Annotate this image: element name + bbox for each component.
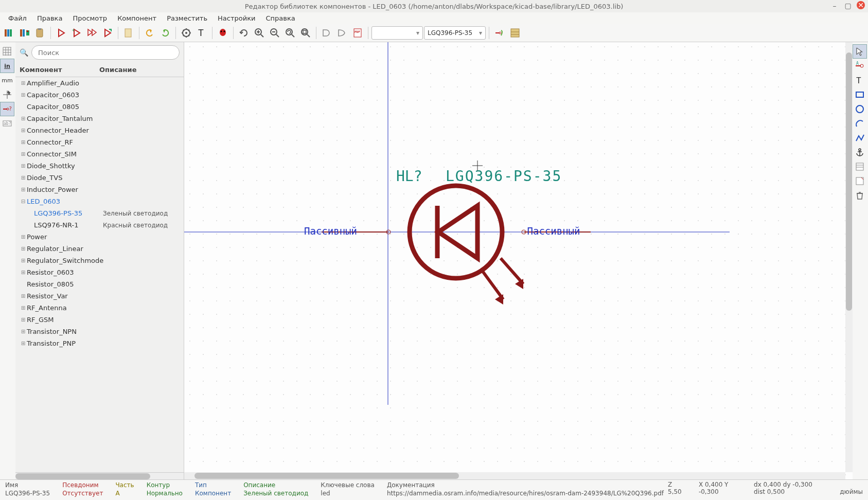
paste-icon[interactable] — [33, 26, 47, 40]
menu-help[interactable]: Справка — [261, 13, 300, 23]
menu-edit[interactable]: Правка — [32, 13, 67, 23]
zoom-in-icon[interactable] — [252, 26, 267, 40]
minimize-button[interactable]: – — [830, 1, 839, 10]
menu-settings[interactable]: Настройки — [212, 13, 260, 23]
play-icon[interactable] — [54, 26, 68, 40]
add-text-icon[interactable]: T — [853, 73, 867, 87]
demorgan-std-icon[interactable] — [320, 26, 334, 40]
expand-icon[interactable]: ⊞ — [20, 293, 27, 299]
tree-item[interactable]: ⊞Capacitor_Tantalum — [15, 113, 184, 124]
expand-icon[interactable]: ⊞ — [20, 329, 27, 334]
tree-item[interactable]: ⊞Resistor_Var — [15, 290, 184, 302]
tree-item[interactable]: ⊞Amplifier_Audio — [15, 77, 184, 89]
import-graphics-icon[interactable] — [853, 159, 867, 174]
derive-component-icon[interactable] — [85, 26, 99, 40]
rotate-icon[interactable] — [237, 26, 251, 40]
schematic-canvas[interactable]: Пассивный Пассивный HL? LGQ396-PS-35 — [184, 42, 853, 479]
cursor-shape-icon[interactable] — [0, 87, 14, 102]
tree-col-name[interactable]: Компонент — [20, 66, 99, 74]
tree-item[interactable]: ⊞Regulator_Linear — [15, 243, 184, 255]
tree-item[interactable]: ⊞Connector_SIM — [15, 148, 184, 160]
pin-number-icon[interactable] — [508, 26, 522, 40]
text-icon[interactable]: T — [194, 26, 209, 40]
expand-icon[interactable]: ⊞ — [20, 187, 27, 192]
scrollbar-thumb[interactable] — [194, 473, 459, 479]
part-select[interactable] — [371, 26, 423, 40]
tree-item[interactable]: Resistor_0805 — [15, 278, 184, 290]
library-save-icon[interactable] — [17, 26, 32, 40]
add-polyline-icon[interactable] — [853, 131, 867, 145]
expand-icon[interactable]: ⊞ — [20, 305, 27, 311]
tree-body[interactable]: ⊞Amplifier_Audio⊞Capacitor_0603Capacitor… — [15, 77, 184, 472]
select-tool-icon[interactable] — [853, 44, 867, 59]
tree-item-child[interactable]: LSQ976-NR-1Красный светодиод — [15, 219, 184, 231]
canvas-area[interactable]: Пассивный Пассивный HL? LGQ396-PS-35 — [184, 42, 853, 479]
tree-item[interactable]: ⊞RF_GSM — [15, 314, 184, 326]
grid-icon[interactable] — [0, 44, 14, 59]
units-mm-button[interactable]: mm — [0, 73, 14, 87]
expand-icon[interactable]: ⊞ — [20, 234, 27, 240]
expand-icon[interactable]: ⊞ — [20, 246, 27, 252]
expand-icon[interactable]: ⊞ — [20, 92, 27, 98]
maximize-button[interactable]: ▢ — [843, 1, 853, 10]
tree-item[interactable]: ⊟LED_0603 — [15, 195, 184, 207]
show-pin-type-icon[interactable]: ? — [0, 102, 14, 116]
expand-icon[interactable]: ⊞ — [20, 163, 27, 169]
tree-item-child[interactable]: LGQ396-PS-35Зеленый светодиод — [15, 207, 184, 219]
component-value[interactable]: LGQ396-PS-35 — [446, 168, 562, 185]
menu-place[interactable]: Разместить — [162, 13, 212, 23]
tree-item[interactable]: ⊞Resistor_0603 — [15, 266, 184, 278]
add-circle-icon[interactable] — [853, 102, 867, 116]
properties-icon[interactable] — [179, 26, 193, 40]
undo-icon[interactable] — [143, 26, 157, 40]
add-pin-icon[interactable]: A — [853, 59, 867, 73]
expand-icon[interactable]: ⊞ — [20, 116, 27, 121]
tree-item[interactable]: Capacitor_0805 — [15, 101, 184, 113]
add-rect-icon[interactable] — [853, 87, 867, 102]
expand-icon[interactable]: ⊞ — [20, 317, 27, 323]
new-component-icon[interactable]: + — [69, 26, 84, 40]
tree-item[interactable]: ⊞Regulator_Switchmode — [15, 255, 184, 266]
pin-table-icon[interactable] — [492, 26, 507, 40]
demorgan-alt-icon[interactable] — [335, 26, 349, 40]
tree-item[interactable]: ⊞Power — [15, 231, 184, 243]
zoom-redraw-icon[interactable] — [283, 26, 297, 40]
tree-item[interactable]: ⊞Transistor_PNP — [15, 337, 184, 349]
menu-component[interactable]: Компонент — [112, 13, 162, 23]
export-component-icon[interactable] — [100, 26, 115, 40]
datasheet-icon[interactable]: PDF — [350, 26, 365, 40]
tree-item[interactable]: ⊞Diode_TVS — [15, 172, 184, 184]
expand-icon[interactable]: ⊞ — [20, 139, 27, 145]
show-fields-icon[interactable]: ab? — [0, 116, 14, 131]
expand-icon[interactable]: ⊟ — [20, 199, 27, 204]
tree-item[interactable]: ⊞Capacitor_0603 — [15, 89, 184, 101]
clipboard-icon[interactable] — [121, 26, 136, 40]
expand-icon[interactable]: ⊞ — [20, 341, 27, 346]
scrollbar-thumb[interactable] — [846, 52, 852, 311]
redo-icon[interactable] — [158, 26, 172, 40]
zoom-out-icon[interactable] — [268, 26, 282, 40]
tree-item[interactable]: ⊞Connector_Header — [15, 124, 184, 136]
tree-col-desc[interactable]: Описание — [99, 66, 180, 74]
expand-icon[interactable]: ⊞ — [20, 151, 27, 157]
expand-icon[interactable]: ⊞ — [20, 175, 27, 181]
canvas-horizontal-scrollbar[interactable] — [184, 472, 845, 479]
zoom-fit-icon[interactable] — [298, 26, 313, 40]
expand-icon[interactable]: ⊞ — [20, 258, 27, 263]
tree-item[interactable]: ⊞RF_Antenna — [15, 302, 184, 314]
anchor-icon[interactable] — [853, 145, 867, 159]
component-select[interactable]: LGQ396-PS-35 — [424, 26, 486, 40]
component-reference[interactable]: HL? — [396, 168, 422, 185]
add-arc-icon[interactable] — [853, 116, 867, 131]
export-graphics-icon[interactable] — [853, 174, 867, 188]
tree-item[interactable]: ⊞Diode_Shottky — [15, 160, 184, 172]
search-input[interactable] — [31, 45, 180, 60]
expand-icon[interactable]: ⊞ — [20, 270, 27, 275]
menu-file[interactable]: Файл — [3, 13, 32, 23]
units-inches-button[interactable]: in — [0, 59, 14, 73]
menu-view[interactable]: Просмотр — [67, 13, 112, 23]
scrollbar-thumb[interactable] — [15, 473, 150, 479]
delete-icon[interactable] — [853, 188, 867, 203]
erc-icon[interactable] — [216, 26, 230, 40]
tree-item[interactable]: ⊞Transistor_NPN — [15, 326, 184, 337]
